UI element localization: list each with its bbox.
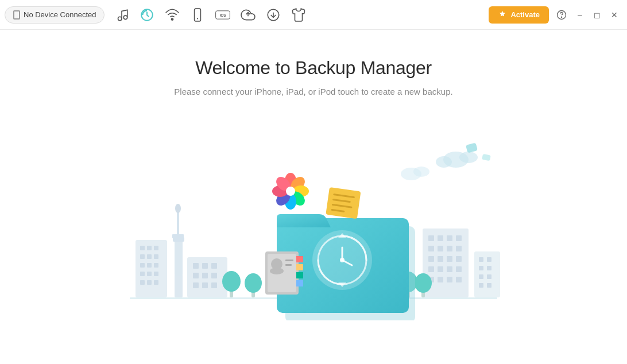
nav-device[interactable]	[186, 3, 209, 26]
svg-text:iOS: iOS	[220, 13, 227, 17]
svg-rect-74	[487, 266, 491, 270]
device-label: No Device Connected	[24, 10, 96, 19]
svg-rect-59	[438, 256, 443, 262]
nav-wifi[interactable]	[161, 3, 184, 26]
minimize-button[interactable]: –	[572, 7, 588, 23]
svg-rect-77	[479, 283, 483, 288]
device-button[interactable]: No Device Connected	[5, 6, 104, 24]
svg-point-116	[270, 268, 284, 274]
svg-point-84	[459, 152, 478, 163]
svg-rect-58	[428, 256, 434, 262]
svg-rect-73	[479, 266, 483, 270]
svg-rect-15	[147, 246, 152, 250]
svg-rect-21	[147, 263, 152, 268]
svg-point-46	[222, 271, 241, 292]
svg-point-34	[175, 204, 181, 213]
page-title: Welcome to Backup Manager	[195, 57, 432, 79]
svg-rect-53	[456, 235, 462, 241]
maximize-button[interactable]: ◻	[589, 7, 605, 23]
phone-icon	[13, 10, 20, 20]
svg-rect-43	[202, 282, 208, 288]
svg-rect-38	[211, 263, 217, 269]
svg-point-98	[340, 258, 345, 262]
svg-point-3	[172, 18, 173, 20]
activate-button[interactable]: Activate	[489, 6, 549, 24]
nav-ios[interactable]: iOS	[211, 3, 234, 26]
svg-rect-44	[211, 282, 217, 288]
svg-rect-55	[438, 246, 443, 251]
svg-rect-121	[296, 272, 303, 278]
svg-rect-120	[296, 264, 303, 270]
svg-rect-88	[466, 142, 478, 153]
svg-rect-19	[154, 254, 158, 259]
nav-ringtone[interactable]	[287, 3, 310, 26]
svg-rect-89	[482, 154, 491, 161]
svg-rect-27	[147, 280, 152, 285]
svg-rect-56	[447, 246, 452, 251]
svg-rect-78	[487, 283, 491, 288]
svg-rect-24	[147, 272, 152, 276]
activate-label: Activate	[510, 10, 540, 19]
svg-rect-67	[438, 277, 443, 282]
svg-point-82	[415, 273, 432, 293]
svg-rect-62	[428, 266, 434, 272]
illustration-svg	[113, 125, 514, 320]
svg-rect-76	[487, 274, 491, 279]
svg-point-1	[124, 16, 128, 20]
svg-point-107	[286, 187, 295, 196]
svg-rect-50	[428, 235, 434, 241]
main-content: Welcome to Backup Manager Please connect…	[0, 30, 627, 364]
svg-rect-16	[154, 246, 158, 250]
svg-rect-18	[147, 254, 152, 259]
svg-rect-51	[438, 235, 443, 241]
nav-download[interactable]	[262, 3, 285, 26]
svg-rect-61	[456, 256, 462, 262]
svg-point-0	[118, 17, 122, 21]
svg-rect-57	[456, 246, 462, 251]
svg-point-87	[413, 166, 429, 177]
svg-rect-40	[202, 273, 208, 278]
svg-rect-25	[154, 272, 158, 276]
svg-rect-60	[447, 256, 452, 262]
svg-point-48	[245, 273, 262, 293]
illustration	[113, 125, 514, 320]
svg-rect-36	[193, 263, 199, 269]
nav-music[interactable]	[110, 3, 133, 26]
svg-rect-17	[140, 254, 145, 259]
svg-rect-39	[193, 273, 199, 278]
svg-rect-117	[285, 260, 293, 261]
svg-rect-75	[479, 274, 483, 279]
titlebar: No Device Connected	[0, 0, 627, 30]
svg-rect-22	[154, 263, 158, 268]
svg-rect-29	[175, 274, 183, 297]
svg-rect-119	[296, 256, 303, 262]
svg-rect-108	[326, 187, 361, 219]
activate-icon	[498, 10, 507, 20]
window-controls: – ◻ ✕	[572, 7, 622, 23]
svg-rect-54	[428, 246, 434, 251]
svg-rect-20	[140, 263, 145, 268]
svg-point-11	[561, 17, 562, 17]
svg-rect-42	[193, 282, 199, 288]
svg-rect-68	[447, 277, 452, 282]
nav-icons: iOS	[110, 3, 489, 26]
svg-rect-63	[438, 266, 443, 272]
close-button[interactable]: ✕	[606, 7, 622, 23]
nav-backup[interactable]	[136, 3, 158, 26]
svg-rect-28	[154, 280, 158, 285]
svg-point-85	[436, 156, 452, 168]
svg-rect-41	[211, 273, 217, 278]
page-subtitle: Please connect your iPhone, iPad, or iPo…	[174, 87, 452, 96]
svg-rect-118	[285, 264, 292, 266]
svg-rect-71	[479, 257, 483, 262]
svg-rect-14	[140, 246, 145, 250]
svg-rect-52	[447, 235, 452, 241]
svg-rect-72	[487, 257, 491, 262]
svg-rect-26	[140, 280, 145, 285]
svg-rect-122	[296, 280, 303, 286]
svg-rect-64	[447, 266, 452, 272]
svg-rect-4	[195, 9, 201, 21]
help-button[interactable]	[554, 7, 570, 23]
nav-cloud[interactable]	[237, 3, 260, 26]
svg-rect-65	[456, 266, 462, 272]
